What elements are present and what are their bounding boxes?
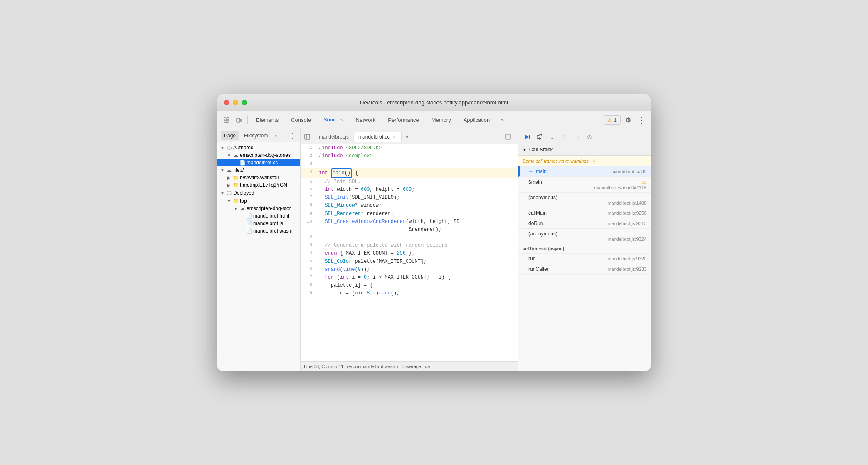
step-over-button[interactable] <box>534 131 545 142</box>
dollar-main-warning-icon: ⚠ <box>641 179 646 185</box>
line-num-10: 10 <box>301 218 316 226</box>
main-content: Page Filesystem » ⋮ ◁▷ Authored ☁ <box>217 129 651 371</box>
line-content-11: &renderer); <box>316 226 518 234</box>
close-button[interactable] <box>224 100 229 105</box>
tree-emscripten-authored[interactable]: ☁ emscripten-dbg-stories <box>217 151 300 159</box>
mandelbrot-js-label: mandelbrot.js <box>253 220 283 226</box>
mandelbrot-wasm-label: mandelbrot.wasm <box>253 228 293 234</box>
line-num-7: 7 <box>301 194 316 202</box>
svg-rect-3 <box>227 121 229 123</box>
tab-page[interactable]: Page <box>221 131 239 140</box>
tab-network[interactable]: Network <box>350 111 382 129</box>
svg-rect-0 <box>224 118 226 120</box>
tree-mandelbrot-html[interactable]: 📄 mandelbrot.html <box>217 212 300 220</box>
tab-elements[interactable]: Elements <box>250 111 284 129</box>
warning-badge[interactable]: ⚠ 1 <box>604 115 621 125</box>
line-content-13: // Generate a palette with random colour… <box>316 242 518 250</box>
more-tabs-small-icon[interactable]: » <box>273 131 279 140</box>
tree-deployed[interactable]: ⬡ Deployed <box>217 189 300 197</box>
call-frame-dollar-main[interactable]: $main ⚠ mandelbrot.wasm:0x4118 <box>518 177 651 193</box>
tree-emscripten-deployed[interactable]: ☁ emscripten-dbg-stor <box>217 205 300 212</box>
editor-tab-js-label: mandelbrot.js <box>319 134 349 140</box>
maximize-button[interactable] <box>242 100 247 105</box>
tree-tmp[interactable]: 📁 tmp/tmp.ELcTq2YGN <box>217 181 300 189</box>
tree-top[interactable]: 📁 top <box>217 197 300 205</box>
editor-tab-mandelbrot-cc[interactable]: mandelbrot.cc × <box>354 132 402 142</box>
file-panel-menu-icon[interactable]: ⋮ <box>288 131 297 140</box>
call-frame-anon-2[interactable]: (anonymous) mandelbrot.js:9324 <box>518 229 651 244</box>
close-tab-icon[interactable]: × <box>391 134 397 140</box>
step-out-button[interactable]: ↑ <box>559 131 570 142</box>
line-content-8: SDL_Window* window; <box>316 202 518 210</box>
tree-bsw[interactable]: 📁 b/s/w/ir/x/w/install <box>217 174 300 181</box>
line-content-4: int main() { <box>316 168 518 178</box>
tree-authored[interactable]: ◁▷ Authored <box>217 144 300 151</box>
line-content-3 <box>316 160 518 168</box>
editor-tab-mandelbrot-js[interactable]: mandelbrot.js <box>315 132 353 141</box>
line-num-1: 1 <box>301 144 316 152</box>
file-arrow-icon <box>219 168 226 173</box>
inspector-icon[interactable] <box>221 114 232 126</box>
line-num-9: 9 <box>301 210 316 218</box>
resume-button[interactable] <box>522 131 533 142</box>
traffic-lights <box>224 100 247 105</box>
tab-memory[interactable]: Memory <box>426 111 457 129</box>
minimize-button[interactable] <box>233 100 238 105</box>
menu-icon[interactable]: ⋮ <box>636 114 647 126</box>
tab-performance[interactable]: Performance <box>382 111 424 129</box>
settings-icon[interactable]: ⚙ <box>622 114 634 126</box>
editor-statusbar: Line 38, Column 11 (From mandelbrot.wasm… <box>301 361 518 371</box>
code-line-9: 9 SDL_Renderer* renderer; <box>301 210 518 218</box>
step-into-button[interactable]: ↓ <box>547 131 557 142</box>
step-button[interactable]: → <box>572 131 582 142</box>
cursor-position: Line 38, Column 11 <box>304 364 343 369</box>
warning-banner-text: Some call frames have warnings <box>523 158 589 163</box>
line-content-15: SDL_Color palette[MAX_ITER_COUNT]; <box>316 258 518 266</box>
frame-anon-1-location: mandelbrot.js:1488 <box>607 200 646 205</box>
mandelbrot-cc-label: mandelbrot.cc <box>247 160 278 166</box>
line-content-1: #include <SDL2/SDL.h> <box>316 144 518 152</box>
editor-more-tabs-icon[interactable]: » <box>402 132 412 141</box>
line-num-15: 15 <box>301 258 316 266</box>
emscripten-authored-label: emscripten-dbg-stories <box>240 152 291 158</box>
frame-dorun-name: doRun <box>528 220 605 226</box>
mandelbrot-html-icon: 📄 <box>246 213 252 219</box>
tree-mandelbrot-wasm[interactable]: 📄 mandelbrot.wasm <box>217 227 300 235</box>
line-content-14: enum { MAX_ITER_COUNT = 256 }; <box>316 250 518 257</box>
call-frame-run[interactable]: run mandelbrot.js:9320 <box>518 254 651 264</box>
line-num-17: 17 <box>301 274 316 282</box>
tab-sources[interactable]: Sources <box>318 111 349 129</box>
authored-label: Authored <box>233 145 254 151</box>
emscripten-deployed-label: emscripten-dbg-stor <box>247 205 291 211</box>
call-frame-dorun[interactable]: doRun mandelbrot.js:9313 <box>518 218 651 229</box>
frame-main-name: main <box>536 168 609 174</box>
code-line-14: 14 enum { MAX_ITER_COUNT = 256 }; <box>301 250 518 257</box>
code-editor[interactable]: 1 #include <SDL2/SDL.h> 2 #include <comp… <box>301 144 518 361</box>
device-toolbar-icon[interactable] <box>233 114 245 126</box>
tree-mandelbrot-cc[interactable]: 📄 mandelbrot.cc <box>217 159 300 166</box>
right-panel: ↓ ↑ → ⊘ ▼ Call Stack Some call frames ha… <box>518 129 651 371</box>
tab-console[interactable]: Console <box>285 111 317 129</box>
sidebar-toggle-icon[interactable] <box>302 132 312 142</box>
call-frame-runcaller[interactable]: runCaller mandelbrot.js:9233 <box>518 264 651 275</box>
call-stack-header[interactable]: ▼ Call Stack <box>518 144 651 156</box>
editor-toolbar-split-icon[interactable] <box>503 132 513 142</box>
file-tree: ◁▷ Authored ☁ emscripten-dbg-stories 📄 m… <box>217 142 300 371</box>
frame-main-location: mandelbrot.cc:38 <box>612 169 646 174</box>
tree-mandelbrot-js[interactable]: 📄 mandelbrot.js <box>217 220 300 227</box>
frame-anon-2-name: (anonymous) <box>528 231 646 237</box>
tab-application[interactable]: Application <box>458 111 496 129</box>
call-frame-anon-1[interactable]: (anonymous) mandelbrot.js:1488 <box>518 193 651 208</box>
call-frame-main[interactable]: → main mandelbrot.cc:38 <box>518 166 651 177</box>
editor-panel: mandelbrot.js mandelbrot.cc × » <box>301 129 518 371</box>
code-line-13: 13 // Generate a palette with random col… <box>301 242 518 250</box>
tab-filesystem[interactable]: Filesystem <box>241 131 271 140</box>
line-num-12: 12 <box>301 234 316 242</box>
svg-rect-2 <box>224 121 226 123</box>
frame-anon-2-location: mandelbrot.js:9324 <box>607 237 646 242</box>
deactivate-breakpoints-button[interactable]: ⊘ <box>584 131 595 142</box>
tree-file[interactable]: ☁ file:// <box>217 166 300 174</box>
code-line-3: 3 <box>301 160 518 168</box>
call-frame-callmain[interactable]: callMain mandelbrot.js:9256 <box>518 208 651 218</box>
more-tabs-icon[interactable]: » <box>496 114 508 126</box>
